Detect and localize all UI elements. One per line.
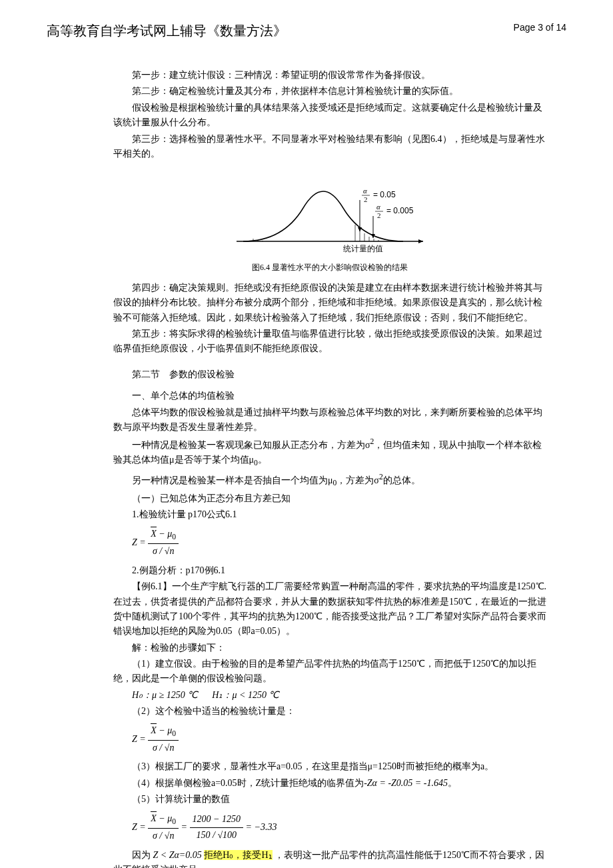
highlight-conclusion: 拒绝H₀，接受H₁	[204, 850, 272, 860]
main-content: 第一步：建立统计假设：三种情况：希望证明的假设常常作为备择假设。 第二步：确定检…	[113, 68, 546, 868]
text-segment: （4）根据单侧检验a=0.05时，Z统计量拒绝域的临界值为	[132, 778, 364, 788]
text-segment: 。	[258, 455, 267, 465]
solution-intro: 解：检验的步骤如下：	[113, 641, 546, 655]
text-segment: 。	[448, 778, 457, 788]
example-6-1: 【例6.1】一个生产宇航飞行器的工厂需要经常购置一种耐高温的零件，要求抗热的平均…	[113, 579, 546, 639]
page-header-title: 高等教育自学考试网上辅导《数量方法》	[47, 20, 287, 41]
svg-text:α: α	[363, 187, 367, 195]
item-1: 1.检验统计量 p170公式6.1	[113, 507, 546, 522]
solution-step-2: （2）这个检验中适当的检验统计量是：	[113, 704, 546, 719]
critical-value: -Zα = -Z0.05 = -1.645	[364, 778, 448, 788]
svg-text:2: 2	[377, 211, 381, 219]
subsection-1-title: 一、单个总体的均值检验	[113, 389, 546, 403]
formula-denominator: σ / √n	[148, 829, 179, 843]
formula-6-1: Z = X − μ0 σ / √n	[132, 527, 546, 559]
formula-z-stat: Z = X − μ0 σ / √n	[132, 723, 546, 756]
step-2: 第二步：确定检验统计量及其分布，并依据样本信息计算检验统计量的实际值。	[113, 84, 546, 99]
section-2-title: 第二节 参数的假设检验	[113, 367, 546, 382]
figure-6-4: α 2 = 0.05 α 2 = 0.005 统计量的值 图6.4 显著性水平的…	[113, 168, 546, 274]
formula-denominator: σ / √n	[148, 741, 179, 755]
z-equals: Z =	[132, 821, 146, 831]
step-4: 第四步：确定决策规则。拒绝或没有拒绝原假设的决策是建立在由样本数据来进行统计检验…	[113, 281, 546, 325]
para-case-1: 一种情况是检验某一客观现象已知服从正态分布，方差为σ2，但均值未知，现从中抽取一…	[113, 436, 546, 470]
solution-step-4: （4）根据单侧检验a=0.05时，Z统计量拒绝域的临界值为-Zα = -Z0.0…	[113, 776, 546, 791]
z-equals: Z =	[132, 537, 146, 547]
calc-numerator: 1200 − 1250	[190, 812, 243, 827]
subsection-1-1: （一）已知总体为正态分布且方差已知	[113, 491, 546, 506]
formula-numerator: X − μ0	[148, 723, 179, 741]
formula-numerator: X − μ0	[148, 811, 179, 829]
step-1: 第一步：建立统计假设：三种情况：希望证明的假设常常作为备择假设。	[113, 68, 546, 83]
page-number: Page 3 of 14	[514, 20, 566, 41]
text-segment: 因为	[132, 850, 151, 860]
item-2: 2.例题分析：p170例6.1	[113, 563, 546, 578]
svg-text:= 0.005: = 0.005	[386, 206, 414, 215]
para-mean-test: 总体平均数的假设检验就是通过抽样平均数与原检验总体平均数的对比，来判断所要检验的…	[113, 405, 546, 435]
step-3: 第三步：选择检验的显著性水平。不同显著水平对检验结果有影响（见图6.4），拒绝域…	[113, 132, 546, 162]
text-segment: 的总体。	[383, 475, 420, 485]
calc-denominator: 150 / √100	[190, 828, 243, 843]
para-case-2: 另一种情况是检验某一样本是否抽自一个均值为μ0，方差为σ2的总体。	[113, 471, 546, 490]
conclusion: 因为 Z < Zα=0.05 拒绝H₀，接受H₁ ，表明这一批产品零件的抗高温性…	[113, 848, 546, 868]
text-segment: ，方差为σ	[336, 475, 379, 485]
svg-marker-12	[358, 227, 362, 231]
formula-numerator: X − μ0	[148, 527, 179, 544]
svg-text:= 0.05: = 0.05	[373, 190, 396, 199]
step-5: 第五步：将实际求得的检验统计量取值与临界值进行比较，做出拒绝或接受原假设的决策。…	[113, 327, 546, 357]
figure-caption: 图6.4 显著性水平的大小影响假设检验的结果	[113, 261, 546, 274]
z-equals: Z =	[132, 733, 146, 743]
svg-marker-1	[418, 239, 423, 243]
svg-text:2: 2	[364, 195, 368, 203]
formula-denominator: σ / √n	[148, 544, 179, 559]
formula-z-calc: Z = X − μ0 σ / √n = 1200 − 1250 150 / √1…	[132, 811, 546, 844]
h0-text: H₀：μ ≥ 1250 ℃	[132, 690, 198, 700]
step-2-detail: 假设检验是根据检验统计量的具体结果落入接受域还是拒绝域而定。这就要确定什么是检验…	[113, 101, 546, 131]
hypotheses: H₀：μ ≥ 1250 ℃ H₁：μ < 1250 ℃	[113, 688, 546, 703]
text-segment: 一种情况是检验某一客观现象已知服从正态分布，方差为σ	[132, 440, 370, 450]
calc-result: = −3.33	[246, 821, 277, 831]
svg-text:统计量的值: 统计量的值	[343, 244, 383, 253]
svg-text:α: α	[376, 203, 380, 211]
z-compare: Z < Zα=0.05	[153, 850, 202, 860]
text-segment: 另一种情况是检验某一样本是否抽自一个均值为μ	[132, 475, 333, 485]
h1-text: H₁：μ < 1250 ℃	[212, 690, 279, 700]
solution-step-1: （1）建立假设。由于检验的目的是希望产品零件抗热的均值高于1250℃，而把低于1…	[113, 657, 546, 687]
solution-step-3: （3）根据工厂的要求，显著性水平a=0.05，在这里是指当μ=1250时而被拒绝…	[113, 759, 546, 774]
solution-step-5: （5）计算统计量的数值	[113, 792, 546, 807]
